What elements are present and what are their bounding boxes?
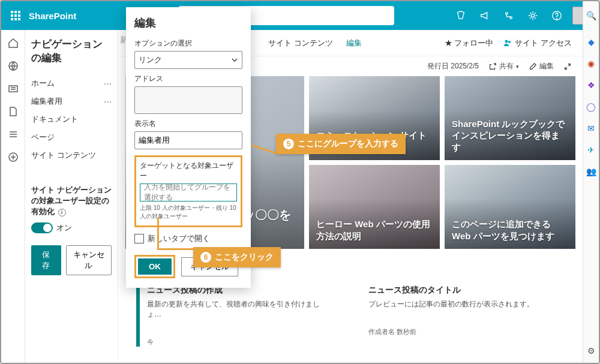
expand-icon[interactable] xyxy=(563,62,572,71)
callout-number: 5 xyxy=(283,139,294,149)
tile-caption: SharePoint ルックブックでインスピレーションを得ます xyxy=(452,118,568,154)
callout-connector-2a xyxy=(157,217,159,248)
app-icon-4[interactable]: ✈ xyxy=(586,145,596,156)
svg-rect-6 xyxy=(11,18,13,20)
ok-button[interactable]: OK xyxy=(138,258,172,275)
target-label: ターゲットとなる対象ユーザー xyxy=(140,161,237,181)
app-launcher-icon[interactable] xyxy=(6,6,25,25)
news-col-1: ニュース投稿の作成 最新の更新を共有して、視聴者の興味を引き付けましょ… 今 xyxy=(136,285,332,347)
option-value: リンク xyxy=(139,55,162,65)
cmd-site-contents[interactable]: サイト コンテンツ xyxy=(268,38,333,49)
svg-point-27 xyxy=(508,41,511,43)
target-hint: 上限 10 人の対象ユーザー・残り 10 人の対象ユーザー xyxy=(140,204,237,221)
app-icon-1[interactable]: ◉ xyxy=(586,59,596,70)
nav-title: ナビゲーションの編集 xyxy=(31,37,112,65)
nav-item-label: ドキュメント xyxy=(31,114,78,125)
ok-highlight-box: OK xyxy=(134,255,175,278)
rail-settings-icon[interactable]: ⚙ xyxy=(586,346,596,357)
callout-connector-2b xyxy=(157,248,194,250)
nav-item-label: 編集者用 xyxy=(31,96,62,107)
copilot-icon[interactable]: ◆ xyxy=(586,37,596,48)
callout-5: 5 ここにグループを入力する xyxy=(276,134,406,154)
audience-toggle[interactable] xyxy=(31,222,53,233)
svg-rect-2 xyxy=(18,11,20,13)
svg-rect-5 xyxy=(18,14,20,17)
app-name: SharePoint xyxy=(29,11,76,21)
svg-rect-1 xyxy=(14,11,17,13)
more-icon[interactable]: ⋯ xyxy=(104,97,112,106)
nav-item-editors[interactable]: 編集者用⋯ xyxy=(31,92,112,110)
home-icon[interactable] xyxy=(7,37,19,49)
right-app-rail: 🔍 ◆ ◉ ❖ ◯ ✉ ✈ 👥 ⚙ xyxy=(583,1,599,363)
edit-link-dialog: 編集 オプションの選択 リンク アドレス 表示名 ターゲットとなる対象ユーザー … xyxy=(126,7,251,288)
callout-text: ここにグループを入力する xyxy=(298,139,398,149)
svg-rect-8 xyxy=(18,18,20,20)
dialog-title: 編集 xyxy=(134,16,242,30)
news-accent-bar xyxy=(136,285,140,347)
help-icon[interactable] xyxy=(545,1,569,30)
svg-point-15 xyxy=(557,19,557,19)
svg-rect-7 xyxy=(14,18,17,20)
displayname-input[interactable] xyxy=(134,131,242,149)
hero-tile-4[interactable]: このページに追加できる Web パーツを見つけます xyxy=(445,165,575,249)
target-placeholder: 入力を開始してグループを選択する xyxy=(144,182,233,203)
settings-icon[interactable] xyxy=(521,1,545,30)
displayname-label: 表示名 xyxy=(134,119,242,129)
nav-item-documents[interactable]: ドキュメント xyxy=(31,110,112,128)
address-input[interactable] xyxy=(134,86,242,114)
app-icon-2[interactable]: ❖ xyxy=(586,80,596,91)
document-icon[interactable] xyxy=(7,106,19,118)
cancel-button[interactable]: キャンセル xyxy=(66,245,112,275)
connect-icon[interactable] xyxy=(497,1,521,30)
outlook-icon[interactable]: ✉ xyxy=(586,124,596,134)
chevron-down-icon xyxy=(231,56,238,64)
add-icon[interactable] xyxy=(7,151,19,163)
nav-item-label: ページ xyxy=(31,132,55,143)
info-icon[interactable]: i xyxy=(58,209,66,216)
svg-rect-0 xyxy=(11,11,13,13)
search-icon[interactable]: 🔍 xyxy=(586,11,596,22)
megaphone-icon[interactable] xyxy=(473,1,497,30)
option-select[interactable]: リンク xyxy=(134,51,242,69)
svg-point-26 xyxy=(505,40,508,43)
cmd-edit[interactable]: 編集 xyxy=(346,38,362,49)
audience-label: サイト ナビゲーションの対象ユーザー設定の有効化 i xyxy=(31,185,112,218)
callout-number: 6 xyxy=(200,252,211,263)
people-icon xyxy=(503,38,512,48)
news-meta: 作成者名 数秒前 xyxy=(368,327,534,336)
publish-date: 発行日 2025/2/5 xyxy=(427,61,479,71)
more-icon[interactable]: ⋯ xyxy=(104,79,112,88)
edit-label: 編集 xyxy=(539,61,554,71)
hero-tile-2[interactable]: ヒーロー Web パーツの使用方法の説明 xyxy=(309,165,440,249)
nav-item-sitecontents[interactable]: サイト コンテンツ xyxy=(31,146,112,164)
premium-icon[interactable] xyxy=(449,1,473,30)
site-access-button[interactable]: サイト アクセス xyxy=(503,38,572,49)
hero-tile-3[interactable]: SharePoint ルックブックでインスピレーションを得ます xyxy=(445,76,575,160)
news-desc: プレビューには記事の最初の数行が表示されます。 xyxy=(368,299,534,309)
list-icon[interactable] xyxy=(7,128,19,140)
save-button[interactable]: 保存 xyxy=(31,245,61,275)
share-button[interactable]: 共有 ▾ xyxy=(488,61,519,71)
target-audience-input[interactable]: 入力を開始してグループを選択する xyxy=(140,183,237,201)
svg-point-13 xyxy=(531,14,534,17)
newtab-checkbox[interactable] xyxy=(134,234,144,243)
suite-bar: SharePoint xyxy=(1,1,599,30)
nav-item-label: サイト コンテンツ xyxy=(31,150,96,161)
news-desc: 最新の更新を共有して、視聴者の興味を引き付けましょ… xyxy=(147,299,332,320)
teams-icon[interactable]: 👥 xyxy=(586,167,596,178)
svg-rect-4 xyxy=(14,14,17,17)
news-title[interactable]: ニュース投稿のタイトル xyxy=(368,285,534,296)
svg-rect-3 xyxy=(11,14,13,17)
nav-item-pages[interactable]: ページ xyxy=(31,128,112,146)
edit-page-button[interactable]: 編集 xyxy=(529,61,554,71)
tile-caption: このページに追加できる Web パーツを見つけます xyxy=(452,218,568,242)
nav-item-home[interactable]: ホーム⋯ xyxy=(31,74,112,92)
app-icon-3[interactable]: ◯ xyxy=(586,102,596,113)
news-icon[interactable] xyxy=(7,83,19,95)
follow-label: フォロー中 xyxy=(454,38,493,47)
target-highlight-box: ターゲットとなる対象ユーザー 入力を開始してグループを選択する 上限 10 人の… xyxy=(134,155,242,227)
nav-edit-panel: ナビゲーションの編集 ホーム⋯ 編集者用⋯ ドキュメント ページ サイト コンテ… xyxy=(25,30,118,363)
globe-icon[interactable] xyxy=(7,60,19,72)
site-access-label: サイト アクセス xyxy=(515,38,572,49)
follow-button[interactable]: ★ フォロー中 xyxy=(445,38,494,49)
